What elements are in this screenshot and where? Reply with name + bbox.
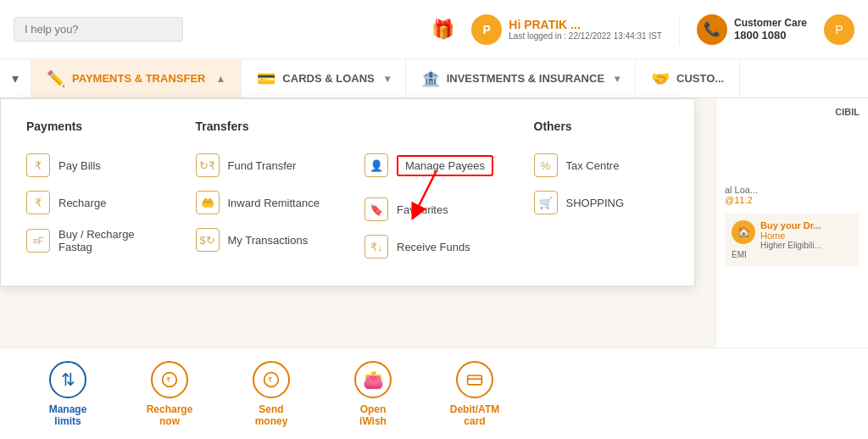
menu-item-receive-funds[interactable]: ₹↓ Receive Funds <box>364 228 500 265</box>
menu-item-pay-bills[interactable]: ₹ Pay Bills <box>26 147 162 184</box>
nav-label-investments: INVESTMENTS & INSURANCE <box>447 72 604 85</box>
menu-label-fund-transfer: Fund Transfer <box>228 159 297 172</box>
manage-payees-icon: 👤 <box>364 153 388 177</box>
svg-text:₹: ₹ <box>268 375 272 384</box>
menu-section-middle: 👤 Manage Payees 🔖 Favourites ₹↓ Receive … <box>364 119 500 265</box>
header: 🎁 P Hi PRATIK ... Last logged in : 22/12… <box>0 0 868 59</box>
nav-label-cards: CARDS & LOANS <box>282 72 374 85</box>
chevron-down-icon3: ▾ <box>615 73 620 85</box>
header-right: 🎁 P Hi PRATIK ... Last logged in : 22/12… <box>431 14 854 45</box>
user-section: P Hi PRATIK ... Last logged in : 22/12/2… <box>471 14 662 45</box>
menu-section-transfers: Transfers ↻₹ Fund Transfer 🤲 Inward Remi… <box>196 119 331 265</box>
section-title-others: Others <box>534 119 670 133</box>
open-iwish-icon: 👛 <box>354 361 392 398</box>
gift-icon: 🎁 <box>431 19 454 41</box>
menu-label-fastag: Buy / Recharge Fastag <box>58 228 162 253</box>
promo-icon: 🏠 <box>732 220 755 244</box>
send-money-icon: ₹ <box>253 361 290 398</box>
menu-label-receive-funds: Receive Funds <box>397 241 470 253</box>
menu-label-shopping: SHOPPING <box>566 197 625 209</box>
recharge-now-icon: ₹ <box>151 361 188 398</box>
care-number: 1800 1080 <box>734 29 807 42</box>
open-iwish-label: OpeniWish <box>359 403 387 427</box>
phone-icon: 📞 <box>697 14 727 45</box>
fund-transfer-icon: ↻₹ <box>196 153 220 177</box>
menu-item-my-transactions[interactable]: $↻ My Transactions <box>196 221 331 258</box>
custo-icon: 🤝 <box>651 69 670 88</box>
nav-dropdown-toggle[interactable]: ▾ <box>0 59 31 97</box>
quick-action-manage-limits[interactable]: ⇅ Managelimits <box>17 353 119 436</box>
menu-label-tax-centre: Tax Centre <box>566 159 620 172</box>
svg-text:₹: ₹ <box>166 375 170 384</box>
red-arrow <box>411 166 470 225</box>
customer-care: 📞 Customer Care 1800 1080 <box>679 14 807 45</box>
quick-action-send-money[interactable]: ₹ Sendmoney <box>220 353 322 436</box>
section-title-middle <box>364 119 500 133</box>
nav-item-payments[interactable]: ✏️ PAYMENTS & TRANSFER ▲ <box>31 59 242 97</box>
tax-centre-icon: % <box>534 153 558 177</box>
navbar: ▾ ✏️ PAYMENTS & TRANSFER ▲ 💳 CARDS & LOA… <box>0 59 868 98</box>
send-money-label: Sendmoney <box>255 403 288 427</box>
payments-dropdown: Payments ₹ Pay Bills ₹ Recharge ≡F Buy /… <box>0 98 695 286</box>
payments-icon: ✏️ <box>47 69 65 88</box>
debit-atm-card-label: Debit/ATMcard <box>450 403 499 427</box>
avatar: P <box>471 14 502 45</box>
user-greeting: Hi PRATIK ... <box>509 18 662 31</box>
header-left <box>14 17 183 42</box>
menu-item-tax-centre[interactable]: % Tax Centre <box>534 147 670 184</box>
menu-section-others: Others % Tax Centre 🛒 SHOPPING <box>534 119 670 265</box>
last-logged: Last logged in : 22/12/2022 13:44:31 IST <box>509 31 662 41</box>
section-title-transfers: Transfers <box>196 119 331 133</box>
loan-label: al Loa... <box>725 185 860 195</box>
loan-info: al Loa... @11.2 <box>725 185 860 205</box>
menu-label-my-transactions: My Transactions <box>228 234 309 247</box>
chevron-down-icon: ▾ <box>12 70 19 86</box>
pay-bills-icon: ₹ <box>26 153 50 177</box>
nav-label-payments: PAYMENTS & TRANSFER <box>72 72 205 85</box>
menu-item-recharge[interactable]: ₹ Recharge <box>26 184 162 221</box>
menu-item-shopping[interactable]: 🛒 SHOPPING <box>534 184 670 221</box>
loan-rate: @11.2 <box>725 195 860 205</box>
extra-avatar: P <box>824 14 854 45</box>
manage-limits-icon: ⇅ <box>49 361 86 398</box>
quick-action-debit-atm-card[interactable]: Debit/ATMcard <box>424 353 526 436</box>
receive-funds-icon: ₹↓ <box>364 235 388 258</box>
cibil-label: CIBIL <box>725 107 860 117</box>
svg-line-0 <box>415 170 437 213</box>
nav-item-custo[interactable]: 🤝 CUSTO... <box>636 59 740 97</box>
menu-item-fastag[interactable]: ≡F Buy / Recharge Fastag <box>26 221 162 260</box>
fastag-icon: ≡F <box>26 229 50 253</box>
search-input[interactable] <box>14 17 183 42</box>
menu-label-recharge: Recharge <box>58 197 106 209</box>
nav-label-custo: CUSTO... <box>676 72 724 85</box>
quick-action-recharge-now[interactable]: ₹ Rechargenow <box>119 353 220 436</box>
quick-action-open-iwish[interactable]: 👛 OpeniWish <box>322 353 424 436</box>
promo-card: 🏠 Buy your Dr... Home Higher Eligibili..… <box>725 214 860 266</box>
debit-atm-card-icon <box>456 361 493 398</box>
manage-limits-label: Managelimits <box>49 403 87 427</box>
care-text: Customer Care 1800 1080 <box>734 17 807 42</box>
my-transactions-icon: $↻ <box>196 228 220 252</box>
menu-label-pay-bills: Pay Bills <box>58 159 101 172</box>
chevron-up-icon: ▲ <box>215 73 225 85</box>
menu-label-inward-remittance: Inward Remittance <box>228 197 320 209</box>
menu-item-inward-remittance[interactable]: 🤲 Inward Remittance <box>196 184 331 221</box>
care-label: Customer Care <box>734 17 807 29</box>
user-info: Hi PRATIK ... Last logged in : 22/12/202… <box>509 18 662 41</box>
right-panel: CIBIL al Loa... @11.2 🏠 Buy your Dr... H… <box>715 98 868 353</box>
section-title-payments: Payments <box>26 119 162 133</box>
chevron-down-icon2: ▾ <box>385 73 390 85</box>
recharge-now-label: Rechargenow <box>147 403 193 427</box>
favourites-icon: 🔖 <box>364 197 388 221</box>
menu-item-fund-transfer[interactable]: ↻₹ Fund Transfer <box>196 147 331 184</box>
nav-item-investments[interactable]: 🏦 INVESTMENTS & INSURANCE ▾ <box>406 59 636 97</box>
inward-remittance-icon: 🤲 <box>196 191 220 214</box>
svg-rect-7 <box>468 375 482 385</box>
quick-actions-bar: ⇅ Managelimits ₹ Rechargenow ₹ Sendmoney… <box>0 347 868 439</box>
shopping-icon: 🛒 <box>534 191 558 214</box>
cards-icon: 💳 <box>257 69 275 88</box>
nav-item-cards[interactable]: 💳 CARDS & LOANS ▾ <box>242 59 405 97</box>
promo-tag: EMI <box>732 250 853 259</box>
investments-icon: 🏦 <box>421 69 440 88</box>
recharge-icon: ₹ <box>26 191 50 214</box>
